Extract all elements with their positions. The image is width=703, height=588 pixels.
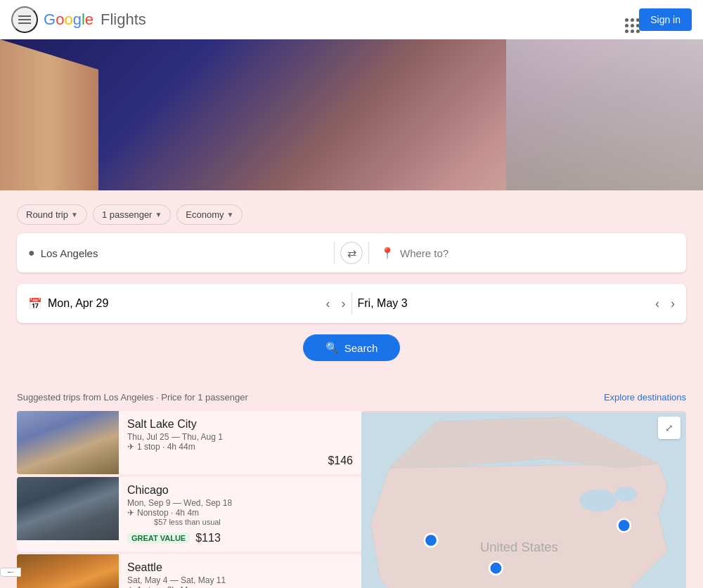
trip-type-label: Round trip — [26, 209, 68, 220]
origin-field[interactable]: ● — [22, 244, 328, 262]
flight-icon-slc: ✈ — [127, 442, 134, 452]
date-prev-button[interactable]: ‹ — [321, 294, 336, 314]
origin-input[interactable] — [41, 247, 323, 259]
dest-field[interactable]: 📍 — [375, 244, 681, 263]
search-icon: 🔍 — [325, 341, 339, 354]
date-row: 📅 Mon, Apr 29 ‹ › Fri, May 3 ‹ › — [17, 284, 686, 323]
cabin-class-selector[interactable]: Economy ▼ — [176, 204, 243, 225]
apps-button[interactable] — [619, 13, 633, 27]
trip-info-chicago: Chicago Mon, Sep 9 — Wed, Sep 18 ✈ Nonst… — [119, 477, 361, 551]
logo-o1: o — [56, 11, 64, 29]
suggestions-header: Suggested trips from Los Angeles · Price… — [17, 392, 686, 403]
trip-image-chicago — [17, 477, 119, 540]
trip-bottom-chicago: $57 less than usual GREAT VALUE $113 — [127, 518, 353, 544]
svg-point-6 — [617, 519, 630, 532]
suggestions-section: Suggested trips from Los Angeles · Price… — [0, 381, 703, 588]
date-end-label: Fri, May 3 — [358, 297, 408, 310]
logo-o2: o — [64, 11, 72, 29]
svg-point-4 — [425, 534, 437, 547]
date-next-button[interactable]: › — [336, 294, 352, 314]
suggestions-content: Salt Lake City Thu, Jul 25 — Thu, Aug 1 … — [17, 411, 686, 588]
trip-info-slc: Salt Lake City Thu, Jul 25 — Thu, Aug 1 … — [119, 411, 361, 474]
logo-e: e — [85, 11, 93, 29]
calendar-icon: 📅 — [28, 297, 42, 311]
logo-g: G — [44, 11, 56, 29]
trip-card-seattle[interactable]: Seattle Sat, May 4 — Sat, May 11 ✈ 1 sto… — [17, 554, 361, 588]
map-svg: United States — [361, 411, 686, 588]
passengers-selector[interactable]: 1 passenger ▼ — [93, 204, 171, 225]
sign-in-button[interactable]: Sign in — [639, 8, 692, 31]
trip-details-chicago: Chicago Mon, Sep 9 — Wed, Sep 18 ✈ Nonst… — [127, 484, 353, 518]
trip-card-chicago[interactable]: Chicago Mon, Sep 9 — Wed, Sep 18 ✈ Nonst… — [17, 477, 361, 551]
great-value-section: $57 less than usual GREAT VALUE $113 — [127, 518, 221, 544]
field-divider — [334, 242, 335, 264]
header-left: G o o g l e Flights — [11, 6, 146, 33]
origin-dest-row: ● ⇄ 📍 — [17, 233, 686, 273]
date-field[interactable]: 📅 Mon, Apr 29 — [22, 294, 321, 313]
date-start-label: Mon, Apr 29 — [48, 297, 108, 310]
svg-point-2 — [614, 487, 637, 502]
svg-text:United States: United States — [480, 540, 558, 554]
cabin-class-label: Economy — [186, 209, 224, 220]
date-end-field[interactable]: Fri, May 3 — [352, 294, 650, 313]
hero-image — [0, 39, 703, 190]
trip-card-slc[interactable]: Salt Lake City Thu, Jul 25 — Thu, Aug 1 … — [17, 411, 361, 474]
trip-details-seattle: Seattle Sat, May 4 — Sat, May 11 ✈ 1 sto… — [127, 561, 353, 588]
google-logo: G o o g l e — [44, 11, 93, 29]
map-expand-button[interactable]: ⤢ — [658, 417, 681, 439]
svg-point-5 — [489, 562, 502, 575]
origin-icon: ● — [28, 247, 35, 259]
trip-info-seattle: Seattle Sat, May 4 — Sat, May 11 ✈ 1 sto… — [119, 554, 361, 588]
feedback-button[interactable]: ! — [0, 568, 21, 577]
explore-destinations-link[interactable]: Explore destinations — [604, 392, 686, 403]
trip-image-slc — [17, 411, 119, 474]
app-name: Flights — [101, 11, 146, 29]
search-container: Round trip ▼ 1 passenger ▼ Economy ▼ ● ⇄… — [0, 190, 703, 381]
search-btn-wrap: 🔍 Search — [17, 334, 686, 361]
logo-g2: g — [73, 11, 82, 29]
date-end-next-button[interactable]: › — [665, 294, 681, 314]
map-container: United States ⤢ Map data ©2019 Google, I… — [361, 411, 686, 588]
swap-button[interactable]: ⇄ — [340, 242, 363, 264]
flight-icon-seattle: ✈ — [127, 585, 134, 588]
search-options: Round trip ▼ 1 passenger ▼ Economy ▼ — [17, 204, 686, 225]
trip-bottom-slc: $146 — [127, 455, 353, 467]
passengers-label: 1 passenger — [102, 209, 153, 220]
suggestions-title: Suggested trips from Los Angeles · Price… — [17, 392, 248, 403]
trip-image-seattle — [17, 554, 119, 588]
passengers-chevron: ▼ — [155, 211, 162, 218]
dest-icon: 📍 — [380, 247, 394, 260]
header: G o o g l e Flights Sign in — [0, 0, 703, 39]
svg-point-1 — [579, 490, 617, 512]
date-end-prev-button[interactable]: ‹ — [650, 294, 665, 314]
cabin-chevron: ▼ — [227, 211, 234, 218]
trip-type-selector[interactable]: Round trip ▼ — [17, 204, 87, 225]
header-right: Sign in — [619, 8, 692, 31]
dest-input[interactable] — [400, 247, 675, 259]
trip-type-chevron: ▼ — [71, 211, 78, 218]
building-right — [506, 39, 703, 190]
search-button[interactable]: 🔍 Search — [303, 334, 401, 361]
trips-list: Salt Lake City Thu, Jul 25 — Thu, Aug 1 … — [17, 411, 361, 588]
menu-button[interactable] — [11, 6, 38, 33]
flight-icon-chicago: ✈ — [127, 508, 134, 518]
search-label: Search — [344, 342, 378, 354]
field-divider2 — [368, 242, 369, 264]
trip-city-slc: Salt Lake City Thu, Jul 25 — Thu, Aug 1 … — [127, 418, 353, 452]
